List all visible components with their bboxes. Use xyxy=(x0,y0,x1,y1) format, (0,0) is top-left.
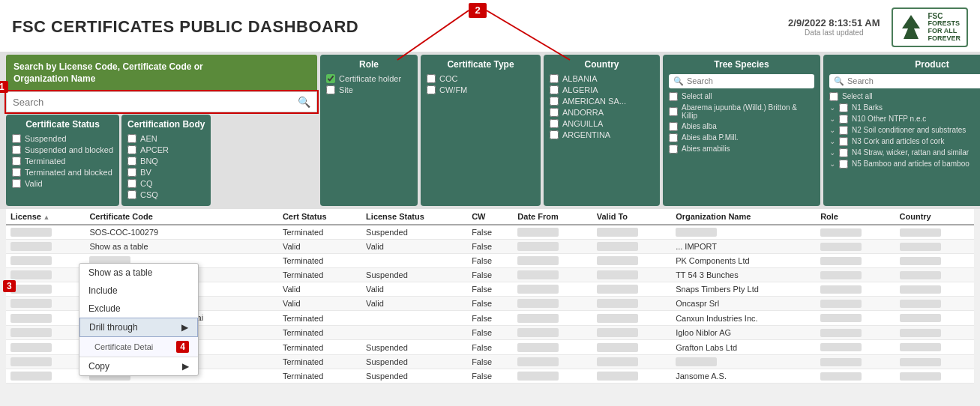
cert-type-checkbox[interactable] xyxy=(427,85,436,94)
product-item[interactable]: ⌄ N3 Cork and articles of cork xyxy=(829,137,980,146)
product-search-input[interactable] xyxy=(847,76,980,85)
cert-status-item[interactable]: Terminated and blocked xyxy=(12,168,113,177)
cert-status-checkbox[interactable] xyxy=(12,179,21,188)
product-checkbox[interactable] xyxy=(839,115,848,124)
product-item[interactable]: ⌄ N10 Other NTFP n.e.c xyxy=(829,115,980,124)
cell-date-from xyxy=(513,311,592,326)
cert-body-checkbox[interactable] xyxy=(127,134,136,143)
cert-body-item[interactable]: BV xyxy=(127,168,205,177)
cert-body-item[interactable]: CSQ xyxy=(127,190,205,199)
tree-species-label: Select all xyxy=(682,92,712,100)
cert-status-item[interactable]: Terminated xyxy=(12,157,113,166)
cert-body-item[interactable]: BNQ xyxy=(127,157,205,166)
cell-org-name: Snaps Timbers Pty Ltd xyxy=(671,282,816,297)
tree-species-item[interactable]: Abies alba xyxy=(669,122,814,131)
table-row[interactable]: SOS-COC-100279 Terminated Suspended Fals… xyxy=(6,225,974,240)
tree-species-item[interactable]: Select all xyxy=(669,92,814,101)
product-checkbox[interactable] xyxy=(839,137,848,146)
country-checkbox[interactable] xyxy=(550,97,559,106)
country-checkbox[interactable] xyxy=(550,108,559,117)
cert-type-item[interactable]: CW/FM xyxy=(427,85,535,94)
cell-license-status xyxy=(361,326,467,340)
country-label: ALBANIA xyxy=(562,74,597,83)
role-item[interactable]: Certificate holder xyxy=(326,74,412,83)
product-item[interactable]: ⌄ N1 Barks xyxy=(829,103,980,112)
context-menu-item-exclude[interactable]: Exclude xyxy=(79,300,198,318)
product-item[interactable]: Select all xyxy=(829,92,980,101)
cert-body-item[interactable]: APCER xyxy=(127,145,205,154)
product-checkbox[interactable] xyxy=(839,160,848,169)
tree-species-label: Abies alba xyxy=(682,122,717,130)
main-search-input[interactable] xyxy=(13,97,293,108)
cell-valid-to xyxy=(592,355,671,369)
country-item[interactable]: ARGENTINA xyxy=(550,130,654,139)
cert-status-checkbox[interactable] xyxy=(12,145,21,154)
tree-species-checkbox[interactable] xyxy=(669,122,678,131)
cell-org-name: Jansome A.S. xyxy=(671,369,816,384)
col-license: License xyxy=(6,209,85,225)
country-item[interactable]: AMERICAN SA... xyxy=(550,97,654,106)
cert-status-label: Suspended xyxy=(25,134,67,143)
cert-status-item[interactable]: Valid xyxy=(12,179,113,188)
cert-body-checkbox[interactable] xyxy=(127,190,136,199)
cell-role xyxy=(816,326,895,340)
context-menu-item-cert-detail[interactable]: Certificate Detai4 xyxy=(79,337,198,357)
cert-body-checkbox[interactable] xyxy=(127,145,136,154)
context-menu-item-copy[interactable]: Copy ▶ xyxy=(79,357,198,375)
cert-status-checkbox[interactable] xyxy=(12,168,21,177)
tree-species-item[interactable]: Abies amabilis xyxy=(669,145,814,154)
country-checkbox[interactable] xyxy=(550,130,559,139)
context-menu-item-drill[interactable]: Drill through ▶ xyxy=(79,318,198,337)
cell-license-status: Suspended xyxy=(361,369,467,384)
product-item[interactable]: ⌄ N4 Straw, wicker, rattan and similar xyxy=(829,148,980,157)
tree-species-checkbox[interactable] xyxy=(669,107,678,116)
country-item[interactable]: ALGERIA xyxy=(550,85,654,94)
product-checkbox[interactable] xyxy=(829,92,838,101)
cert-body-item[interactable]: CQ xyxy=(127,179,205,188)
cert-type-item[interactable]: COC xyxy=(427,74,535,83)
cert-status-item[interactable]: Suspended xyxy=(12,134,113,143)
tree-species-checkbox[interactable] xyxy=(669,145,678,154)
col-org-name: Organization Name xyxy=(671,209,816,225)
context-menu-item-include[interactable]: Include xyxy=(79,282,198,300)
product-item[interactable]: ⌄ N5 Bamboo and articles of bamboo xyxy=(829,160,980,169)
table-row[interactable]: Show as a table Valid Valid False ... IM… xyxy=(6,240,974,254)
product-checkbox[interactable] xyxy=(839,148,848,157)
role-item[interactable]: Site xyxy=(326,85,412,94)
cell-cert-status: Terminated xyxy=(278,355,361,369)
cell-role xyxy=(816,282,895,297)
cell-country xyxy=(895,340,974,355)
tree-species-search[interactable]: 🔍 xyxy=(669,74,814,88)
tree-species-checkbox[interactable] xyxy=(669,133,678,142)
context-menu-item-show-table[interactable]: Show as a table xyxy=(79,264,198,282)
role-checkbox[interactable] xyxy=(326,74,335,83)
cert-type-panel: Certificate Type COC CW/FM xyxy=(421,55,541,207)
cert-body-checkbox[interactable] xyxy=(127,168,136,177)
cert-body-checkbox[interactable] xyxy=(127,157,136,166)
country-checkbox[interactable] xyxy=(550,74,559,83)
cert-status-checkbox[interactable] xyxy=(12,157,21,166)
cert-body-item[interactable]: AEN xyxy=(127,134,205,143)
country-item[interactable]: ALBANIA xyxy=(550,74,654,83)
tree-species-item[interactable]: Abarema jupunba (Willd.) Britton & Killi… xyxy=(669,103,814,120)
cell-role xyxy=(816,268,895,282)
product-checkbox[interactable] xyxy=(839,103,848,112)
cell-country xyxy=(895,268,974,282)
cert-body-checkbox[interactable] xyxy=(127,179,136,188)
cert-status-checkbox[interactable] xyxy=(12,134,21,143)
tree-species-item[interactable]: Abies alba P.Mill. xyxy=(669,133,814,142)
product-search[interactable]: 🔍 xyxy=(829,74,980,88)
cert-status-label: Suspended and blocked xyxy=(25,145,113,154)
tree-species-search-input[interactable] xyxy=(687,76,810,85)
cert-type-checkbox[interactable] xyxy=(427,74,436,83)
country-item[interactable]: ANDORRA xyxy=(550,108,654,117)
country-checkbox[interactable] xyxy=(550,119,559,128)
role-checkbox[interactable] xyxy=(326,85,335,94)
country-checkbox[interactable] xyxy=(550,85,559,94)
cert-status-item[interactable]: Suspended and blocked xyxy=(12,145,113,154)
product-item[interactable]: ⌄ N2 Soil conditioner and substrates xyxy=(829,126,980,135)
tree-species-checkbox[interactable] xyxy=(669,92,678,101)
country-item[interactable]: ANGUILLA xyxy=(550,119,654,128)
cert-type-items: COC CW/FM xyxy=(427,74,535,94)
product-checkbox[interactable] xyxy=(839,126,848,135)
